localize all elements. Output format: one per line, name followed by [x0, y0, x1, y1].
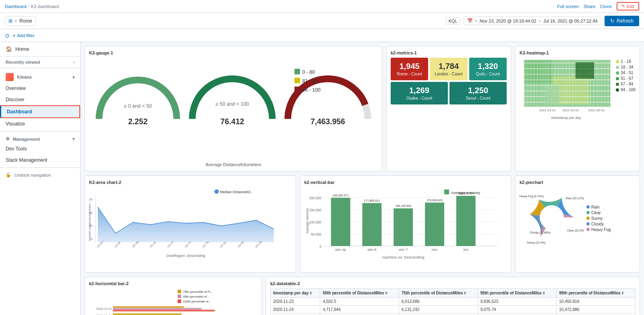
svg-rect-43 — [444, 190, 449, 194]
datatable: timestamp per day ◊ 50th percentile of D… — [270, 288, 636, 315]
kibana-section[interactable]: Kibana ▾ — [0, 70, 80, 83]
datatable-panel: k2-datatable-2 timestamp per day ◊ 50th … — [266, 277, 640, 315]
area-chart-title: K2-area chart-2 — [89, 180, 292, 185]
svg-text:7,463.956: 7,463.956 — [311, 117, 345, 126]
cell-75: 6,131,242 — [399, 305, 478, 313]
clone-link[interactable]: Clone — [600, 4, 612, 9]
svg-rect-23 — [545, 86, 559, 104]
hbar-panel: k2-horizontal bar-2 75th percentile of F… — [85, 277, 262, 315]
hbar-svg: 75th percentile of Fl... 95th percentile… — [89, 288, 257, 315]
metric-rome-value: 1,945 — [394, 62, 425, 71]
legend-clear: Clear — [586, 211, 615, 215]
chevron-down-icon: ▾ — [15, 19, 17, 23]
svg-text:2.252: 2.252 — [128, 117, 147, 126]
sidebar-item-stackmgmt[interactable]: Stack Management — [0, 154, 80, 166]
metric-rome: 1,945 Rome - Count — [391, 58, 428, 80]
legend-label-4: 51 - 67 — [621, 76, 633, 81]
svg-rect-82 — [178, 299, 181, 303]
metric-seoul-label: Seoul - Count — [453, 96, 503, 100]
metrics-panel: k2-metrics-1 1,945 Rome - Count 1,784 Lo… — [386, 46, 511, 171]
cell-50: 4,717,944 — [320, 305, 399, 313]
sidebar-item-overview[interactable]: Overview — [0, 83, 80, 94]
metric-quito: 1,320 Quito - Count — [469, 58, 507, 80]
col-timestamp[interactable]: timestamp per day ◊ — [271, 288, 320, 297]
col-99th[interactable]: 99th percentile of DistanceMiles ◊ — [557, 288, 636, 297]
home-label: Home — [15, 46, 29, 52]
edit-button[interactable]: ✎ Edit — [617, 2, 639, 10]
sidebar-item-devtools[interactable]: Dev Tools — [0, 143, 80, 154]
legend-cloudy: Cloudy — [586, 222, 615, 226]
recently-viewed-section[interactable]: Recently viewed › — [0, 56, 80, 66]
datatable-scroll[interactable]: timestamp per day ◊ 50th percentile of D… — [270, 288, 636, 315]
recently-viewed-label: Recently viewed — [6, 60, 40, 65]
second-bar: ⊞ ▾ Rome KQL 📅 ▾ Nov 23, 2020 @ 19:18:44… — [0, 13, 644, 29]
date-range-picker[interactable]: 📅 ▾ Nov 23, 2020 @ 19:18:44.02 → Jul 16,… — [464, 17, 601, 25]
svg-text:Sunny (22.4%): Sunny (22.4%) — [527, 241, 545, 244]
legend-dot-4 — [616, 77, 619, 80]
top-bar-actions: Full screen Share Clone ✎ Edit — [557, 2, 639, 10]
row-1: K2-gauge-1 ≥ 0 and < 50 2.252 — [85, 46, 640, 171]
management-section[interactable]: ⚙ Management ▾ — [0, 133, 80, 143]
datatable-title: k2-datatable-2 — [270, 281, 636, 286]
svg-text:177,865.811: 177,865.811 — [364, 199, 380, 202]
metric-london-value: 1,784 — [433, 62, 464, 71]
svg-text:150,000: 150,000 — [309, 208, 321, 212]
legend-clear-dot — [586, 211, 590, 214]
col-75th[interactable]: 75th percentile of DistanceMiles ◊ — [399, 288, 478, 297]
dashboard-icon: ⊞ — [8, 18, 12, 24]
undock-label: Undock navigation — [14, 173, 51, 177]
col-95th[interactable]: 95th percentile of DistanceMiles ◊ — [478, 288, 557, 297]
row-3: k2-horizontal bar-2 75th percentile of F… — [85, 277, 640, 315]
svg-rect-80 — [178, 294, 181, 298]
sidebar-item-visualize[interactable]: Visualize — [0, 118, 80, 129]
cell-50: 4,642.031 — [320, 313, 399, 315]
svg-text:156,195.802: 156,195.802 — [395, 204, 411, 208]
add-filter-button[interactable]: + Add filter — [13, 33, 35, 38]
svg-text:2021-01-01: 2021-01-01 — [539, 108, 556, 112]
svg-text:Heavy Fog (9.73%): Heavy Fog (9.73%) — [520, 195, 544, 198]
cell-99: 10,472,886 — [557, 305, 636, 313]
heatmap-title: K2-heatmap-1 — [520, 50, 636, 55]
legend-label-3: 34 - 51 — [621, 71, 633, 75]
table-row: 2020-11-25 4,642.031 6,093,681 9,684,514… — [271, 313, 636, 315]
filter-bar: ⊙ + Add filter — [0, 29, 644, 42]
col-50th[interactable]: 50th percentile of DistanceMiles ◊ — [320, 288, 399, 297]
metric-seoul-value: 1,250 — [453, 86, 503, 95]
svg-rect-20 — [524, 60, 552, 83]
datatable-header: timestamp per day ◊ 50th percentile of D… — [271, 288, 636, 297]
breadcrumb-dashboard[interactable]: Dashboard — [5, 4, 27, 9]
legend-label-5: 67 - 84 — [621, 82, 633, 86]
svg-rect-7 — [294, 78, 300, 83]
fullscreen-link[interactable]: Full screen — [557, 4, 579, 9]
cell-50: 4,502.5 — [320, 297, 399, 305]
kibana-chevron: ▾ — [72, 75, 75, 79]
metric-london: 1,784 London - Count — [430, 58, 467, 80]
svg-text:Median DistanceKil...: Median DistanceKil... — [220, 190, 253, 194]
table-row: 2020-11-24 4,717,944 6,131,242 9,075.74 … — [271, 305, 636, 313]
svg-rect-61 — [425, 202, 444, 246]
gauge-svg: ≥ 0 and < 50 2.252 ≥ 50 and < 100 76.412 — [89, 58, 378, 158]
metric-quito-label: Quito - Count — [472, 72, 503, 76]
legend-label-6: 84 - 100 — [621, 88, 636, 92]
svg-text:≥ 50 and < 100: ≥ 50 and < 100 — [215, 101, 249, 107]
metric-quito-value: 1,320 — [472, 62, 503, 71]
refresh-button[interactable]: ↻ Refresh — [605, 16, 639, 26]
heatmap-panel: K2-heatmap-1 2021-01-01 2021-03-01 2021-… — [515, 46, 640, 171]
search-box[interactable]: ⊞ ▾ Rome — [5, 16, 36, 26]
share-link[interactable]: Share — [584, 4, 595, 9]
svg-text:207,620.714: 207,620.714 — [458, 192, 474, 195]
pie-svg: Heavy Fog (9.73%) Cloudy (21.86%) Sunny … — [520, 187, 584, 248]
sidebar-home[interactable]: 🏠 Home — [0, 42, 80, 56]
sidebar-undock[interactable]: 🔓 Undock navigation — [0, 169, 80, 180]
svg-rect-95 — [113, 313, 182, 315]
kql-badge[interactable]: KQL — [446, 17, 460, 25]
sidebar-item-discover[interactable]: Discover — [0, 94, 80, 105]
svg-text:osx: osx — [431, 247, 437, 252]
legend-sunny: Sunny — [586, 216, 615, 221]
svg-text:81 - 85: 81 - 85 — [302, 78, 318, 84]
sidebar-item-dashboard[interactable]: Dashboard — [0, 105, 80, 118]
edit-icon: ✎ — [621, 4, 625, 9]
legend-sunny-dot — [586, 217, 590, 220]
legend-18-34: 18 - 34 — [616, 65, 636, 69]
cell-99: 10,498.26 — [557, 313, 636, 315]
